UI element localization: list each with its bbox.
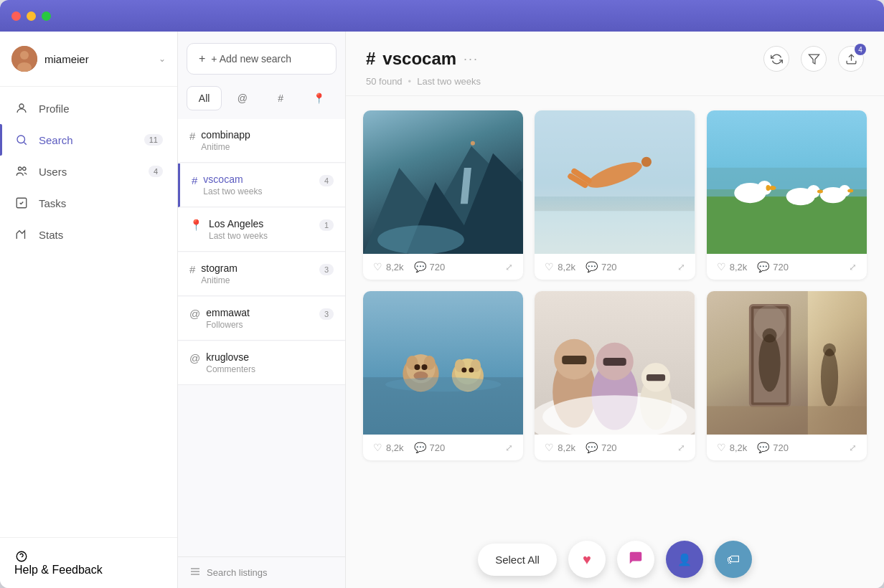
traffic-lights [11,11,51,21]
svg-point-18 [471,141,475,146]
sidebar-item-stats[interactable]: Stats [0,219,177,250]
svg-rect-25 [535,211,695,254]
photo-card-6: ♡ 8,2k 💬 720 ⤢ [707,291,867,460]
hashtag-icon: # [192,174,197,186]
add-search-button[interactable]: + + Add new search [187,43,337,75]
filter-tab-location[interactable]: 📍 [301,86,337,110]
plus-icon: + [199,52,205,65]
sidebar-item-tasks[interactable]: Tasks [0,187,177,219]
item-badge: 4 [319,175,334,186]
svg-point-74 [821,348,838,406]
expand-button[interactable]: ⤢ [677,262,685,272]
item-name: stogram [201,262,238,274]
comment-icon: 💬 [586,261,598,272]
refresh-button[interactable] [763,46,789,72]
likes-count: 8,2k [386,442,404,453]
header-title-row: # vscocam ··· [366,49,479,69]
users-label: Users [39,166,67,178]
expand-button[interactable]: ⤢ [505,262,513,272]
item-sub: Followers [206,320,250,330]
hashtag-icon: # [189,263,195,275]
svg-point-4 [17,136,25,143]
comments-count: 720 [430,262,446,272]
photo-meta-4: ♡ 8,2k 💬 720 ⤢ [363,435,523,460]
refresh-icon [771,53,783,65]
user-header[interactable]: miameier ⌄ [0,32,177,87]
tab-all-label: All [199,93,210,104]
maximize-button[interactable] [42,11,51,21]
expand-button[interactable]: ⤢ [849,442,857,453]
stats-icon [14,227,29,242]
tasks-label: Tasks [39,197,66,209]
likes-count: 8,2k [558,262,575,272]
search-listings-footer[interactable]: Search listings [178,556,345,588]
search-item-vscocam[interactable]: # vscocam Last two weeks 4 [178,163,345,207]
likes-4: ♡ 8,2k [373,442,404,453]
expand-button[interactable]: ⤢ [505,442,513,453]
more-options-icon[interactable]: ··· [464,52,479,67]
svg-point-52 [461,368,466,373]
sidebar-item-search[interactable]: Search 11 [0,124,177,156]
search-item-losangeles[interactable]: 📍 Los Angeles Last two weeks 1 [178,208,345,252]
item-sub: Commenters [206,364,255,374]
chat-action-icon [628,550,644,569]
expand-button[interactable]: ⤢ [849,262,857,272]
search-list: # combinapp Anitime # vscocam Last two w… [178,119,345,556]
listings-label: Search listings [207,567,268,578]
like-action-button[interactable]: ♥ [568,541,606,578]
help-footer[interactable]: Help & Feedback [0,537,177,588]
filter-tab-mention[interactable]: @ [225,86,260,110]
item-name: emmawat [206,307,250,318]
photo-image-5 [535,291,695,435]
likes-count: 8,2k [730,262,748,272]
heart-icon: ♡ [545,442,554,453]
svg-point-17 [377,225,464,254]
filter-button[interactable] [801,46,827,72]
select-all-button[interactable]: Select All [478,544,557,576]
sidebar-item-profile[interactable]: Profile [0,93,177,124]
found-count: 50 found [366,76,403,87]
item-info: kruglovse Commenters [206,351,255,374]
minimize-button[interactable] [27,11,36,21]
likes-3: ♡ 8,2k [717,261,748,272]
filter-tab-hashtag[interactable]: # [263,86,298,110]
likes-count: 8,2k [386,262,404,272]
tag-action-button[interactable]: 🏷 [715,541,752,578]
search-badge: 11 [144,134,163,146]
hashtag-icon: # [189,130,195,142]
heart-icon: ♡ [717,442,726,453]
follow-action-button[interactable]: 👤 [666,541,703,578]
item-sub: Anitime [201,142,250,152]
svg-marker-12 [809,54,819,64]
avatar-image [11,46,37,72]
svg-point-53 [469,368,474,373]
search-item-kruglovse[interactable]: @ kruglovse Commenters [178,341,345,385]
comments-count: 720 [601,262,617,272]
person-icon [14,101,29,115]
search-item-emmawat[interactable]: @ emmawat Followers 3 [178,297,345,341]
item-sub: Anitime [201,275,238,285]
filter-tab-all[interactable]: All [187,86,222,110]
export-button[interactable]: 4 [838,46,864,72]
item-info: stogram Anitime [201,262,238,285]
sidebar-item-users[interactable]: Users 4 [0,156,177,187]
comment-action-button[interactable] [617,541,654,578]
likes-1: ♡ 8,2k [373,261,404,272]
header-subtitle: 50 found • Last two weeks [366,76,864,87]
export-icon [845,53,857,65]
photo-thumb-1 [363,110,523,254]
heart-icon: ♡ [717,261,726,272]
users-badge: 4 [149,166,163,177]
item-info: emmawat Followers [206,307,250,330]
svg-point-5 [19,167,22,171]
likes-count: 8,2k [730,442,748,453]
comments-3: 💬 720 [757,261,789,272]
search-item-stogram[interactable]: # stogram Anitime 3 [178,252,345,296]
item-name: vscocam [203,174,262,185]
expand-button[interactable]: ⤢ [677,442,685,453]
comments-2: 💬 720 [586,261,617,272]
close-button[interactable] [11,11,21,21]
search-item-combinapp[interactable]: # combinapp Anitime [178,119,345,163]
tag-icon: 🏷 [727,552,740,567]
photo-card-3: ♡ 8,2k 💬 720 ⤢ [707,110,867,280]
